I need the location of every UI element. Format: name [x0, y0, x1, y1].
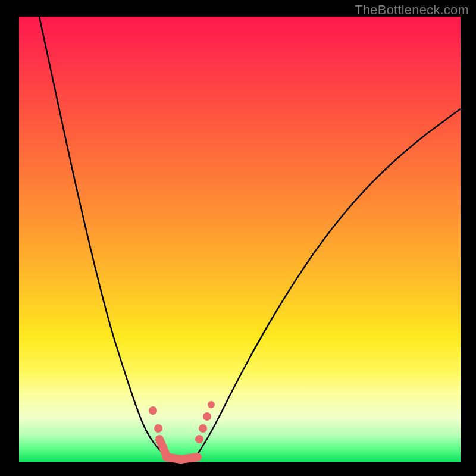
chart-svg — [19, 17, 461, 462]
watermark-text: TheBottleneck.com — [355, 2, 469, 18]
right-dot-1 — [195, 435, 203, 443]
left-dot-lower — [154, 424, 162, 433]
right-dot-4 — [208, 401, 215, 408]
curve-left-branch — [39, 17, 165, 456]
plot-area — [19, 17, 461, 462]
marker-group — [149, 401, 215, 459]
curve-right-branch — [196, 109, 461, 456]
left-pill — [159, 439, 166, 455]
right-dot-3 — [203, 412, 211, 421]
chart-frame: TheBottleneck.com — [0, 0, 476, 476]
left-dot-upper — [149, 406, 157, 415]
right-dot-2 — [199, 424, 207, 433]
floor-pill-2 — [181, 457, 198, 459]
curve-group — [39, 17, 461, 459]
